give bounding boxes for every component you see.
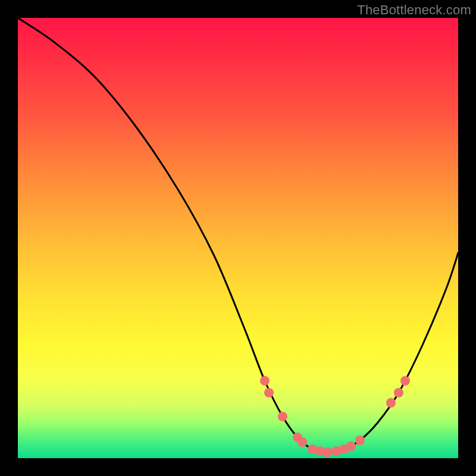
- marker-dot: [260, 376, 270, 386]
- plot-area: [18, 18, 458, 458]
- marker-dot: [355, 436, 365, 445]
- marker-dot: [400, 376, 410, 386]
- marker-dot: [346, 441, 356, 451]
- marker-dot: [394, 388, 403, 397]
- marker-dot: [322, 447, 332, 457]
- marker-dot: [386, 398, 396, 408]
- marker-dot: [264, 388, 274, 397]
- curve-line: [18, 18, 458, 452]
- marker-layer: [260, 376, 410, 457]
- marker-dot: [278, 412, 287, 421]
- marker-dot: [298, 437, 307, 447]
- watermark-text: TheBottleneck.com: [357, 2, 471, 18]
- chart-svg: [18, 18, 458, 458]
- curve-layer: [18, 18, 458, 452]
- chart-stage: TheBottleneck.com: [0, 0, 476, 476]
